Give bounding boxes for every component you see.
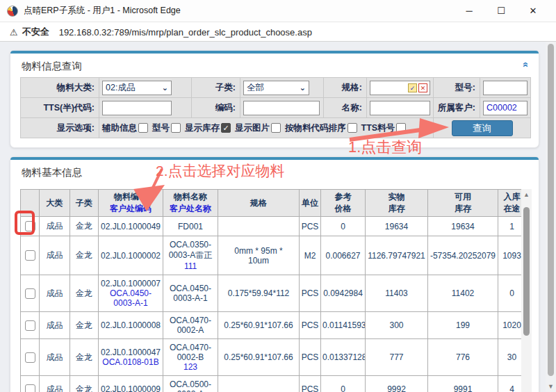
spec-cell: 0.175*59.94*112 <box>218 275 300 312</box>
column-header: 实物库存 <box>366 190 428 217</box>
table-row[interactable]: 成品金龙02.JL0.1000007OCA.0450-0003-A-1OCA.0… <box>21 275 526 312</box>
customer-code-link[interactable]: OCA.0108-01B <box>100 357 161 367</box>
table-row[interactable]: 成品金龙02.JL0.1000009OCA.0500-0002-APCS0999… <box>21 376 526 392</box>
query-panel-title: 物料信息查询 <box>10 51 539 77</box>
row-checkbox[interactable] <box>25 288 35 299</box>
code-cell: 02.JL0.1000002 <box>99 236 163 275</box>
material-name: OCA.0350-0003-A雷正 <box>165 240 216 261</box>
row-checkbox[interactable] <box>25 384 35 392</box>
price-cell: 0 <box>321 217 366 236</box>
material-code: 02.JL0.1000007 <box>100 279 161 288</box>
unit-cell: PCS <box>300 376 321 392</box>
select-spec-icon[interactable]: ✓ <box>408 83 417 92</box>
security-warning-label[interactable]: 不安全 <box>22 26 49 38</box>
checkbox-cell <box>21 376 40 392</box>
model-input[interactable] <box>483 81 528 95</box>
option-checkbox[interactable] <box>171 123 181 133</box>
spec-input[interactable]: ✓✕ <box>370 81 430 95</box>
subcategory-cell: 金龙 <box>70 376 99 392</box>
category-cell: 成品 <box>40 339 70 376</box>
scroll-up-icon[interactable]: ▲ <box>521 189 532 200</box>
spec-cell: 0mm * 95m * 10um <box>218 236 300 275</box>
customer-input[interactable]: C00002 <box>483 101 528 115</box>
table-scrollbar[interactable]: ▲ <box>521 189 532 392</box>
unit-cell: PCS <box>300 339 321 376</box>
spec-cell: 0.25*60.91*107.66 <box>218 312 300 339</box>
table-area: 大类子类物料编码客户处编码物料名称客户处名称规格单位参考价格实物库存可用库存入库… <box>20 189 529 392</box>
option-label: 型号 <box>152 122 170 134</box>
option-checkbox[interactable] <box>348 123 357 133</box>
window-scrollbar[interactable]: ▼ <box>546 42 556 392</box>
material-code: 02.JL0.1000009 <box>100 384 161 392</box>
header-line1: 物料名称 <box>164 191 217 203</box>
physical-stock-cell: 19634 <box>366 217 428 236</box>
customer-code-link[interactable]: OCA.0450-0003-A-1 <box>100 288 161 308</box>
chevron-down-icon: ⌄ <box>162 83 168 92</box>
row-checkbox[interactable] <box>25 320 35 331</box>
unit-cell: PCS <box>300 312 321 339</box>
checkbox-cell <box>21 339 40 376</box>
subcategory-label: 子类: <box>192 78 240 98</box>
available-stock-cell: -57354.20252079 <box>428 236 498 275</box>
column-header: 规格 <box>218 190 300 217</box>
maximize-icon[interactable]: ☐ <box>485 1 517 22</box>
row-checkbox[interactable] <box>25 352 35 363</box>
address-bar[interactable]: ⚠ 不安全 192.168.0.32:789/mis/mrp/plan_orde… <box>0 23 556 42</box>
query-button[interactable]: 查询 <box>452 120 513 136</box>
category-select[interactable]: 02:成品⌄ <box>102 81 172 95</box>
window-scrollbar-thumb[interactable] <box>548 44 554 376</box>
price-cell: 0.0942984 <box>321 275 366 312</box>
scroll-down-icon[interactable]: ▼ <box>546 383 556 390</box>
option-checkbox[interactable] <box>396 123 406 133</box>
url-text[interactable]: 192.168.0.32:789/mis/mrp/plan_order_slc_… <box>59 27 312 38</box>
header-line1: 规格 <box>219 197 298 209</box>
material-name: OCA.0450-0003-A-1 <box>165 284 216 303</box>
code-label: 编码: <box>192 98 240 118</box>
code-input[interactable] <box>243 101 320 115</box>
table-row[interactable]: 成品金龙02.JL0.1000002OCA.0350-0003-A雷正1110m… <box>21 236 526 275</box>
column-header: 可用库存 <box>428 190 498 217</box>
category-cell: 成品 <box>40 376 70 392</box>
close-icon[interactable]: ✕ <box>517 1 549 22</box>
minimize-icon[interactable]: ─ <box>453 1 485 22</box>
unit-cell: M2 <box>300 236 321 275</box>
customer-name-link[interactable]: 111 <box>165 261 216 271</box>
code-cell: 02.JL0.1000047OCA.0108-01B <box>99 339 163 376</box>
table-row[interactable]: 成品金龙02.JL0.1000049FD001PCS019634196341 <box>21 217 526 236</box>
display-option: 辅助信息 <box>102 122 148 134</box>
info-table-head-row: 大类子类物料编码客户处编码物料名称客户处名称规格单位参考价格实物库存可用库存入库… <box>21 190 526 217</box>
collapse-chevron-icon[interactable]: « <box>521 62 532 67</box>
header-line1: 大类 <box>40 197 69 209</box>
header-line1: 单位 <box>300 197 320 209</box>
chevron-down-icon: ⌄ <box>300 83 306 92</box>
physical-stock-cell: 777 <box>366 339 428 376</box>
header-line1: 物料编码 <box>99 191 162 203</box>
spec-label: 规格: <box>324 78 367 98</box>
option-checkbox[interactable]: ✓ <box>221 123 231 133</box>
option-checkbox[interactable] <box>138 123 148 133</box>
header-line1: 可用 <box>429 191 497 203</box>
name-input[interactable] <box>370 101 430 115</box>
material-table-panel: 物料基本信息 大类子类物料编码客户处编码物料名称客户处名称规格单位参考价格实物库… <box>10 156 539 392</box>
table-row[interactable]: 成品金龙02.JL0.1000008OCA.0470-0002-A0.25*60… <box>21 312 526 339</box>
subcategory-select[interactable]: 全部⌄ <box>243 81 309 95</box>
spec-cell: 0.25*60.91*107.66 <box>218 339 300 376</box>
physical-stock-cell: 9992 <box>366 376 428 392</box>
annotation-step2: 2.点击选择对应物料 <box>156 161 285 181</box>
subcategory-cell: 金龙 <box>70 236 99 275</box>
option-checkbox[interactable] <box>271 123 281 133</box>
table-scrollbar-thumb[interactable] <box>523 207 530 336</box>
header-line2: 客户处编码 <box>99 203 162 215</box>
tts-code-input[interactable] <box>102 101 172 115</box>
row-checkbox[interactable] <box>25 250 35 261</box>
category-cell: 成品 <box>40 236 70 275</box>
table-row[interactable]: 成品金龙02.JL0.1000047OCA.0108-01BOCA.0470-0… <box>21 339 526 376</box>
clear-spec-icon[interactable]: ✕ <box>418 83 427 92</box>
code-cell: 02.JL0.1000008 <box>99 312 163 339</box>
customer-name-link[interactable]: 123 <box>165 362 216 372</box>
price-cell: 0.01141593 <box>321 312 366 339</box>
physical-stock-cell: 300 <box>366 312 428 339</box>
code-cell: 02.JL0.1000007OCA.0450-0003-A-1 <box>99 275 163 312</box>
material-table: 大类子类物料编码客户处编码物料名称客户处名称规格单位参考价格实物库存可用库存入库… <box>20 189 526 392</box>
category-label: 物料大类: <box>21 78 99 98</box>
